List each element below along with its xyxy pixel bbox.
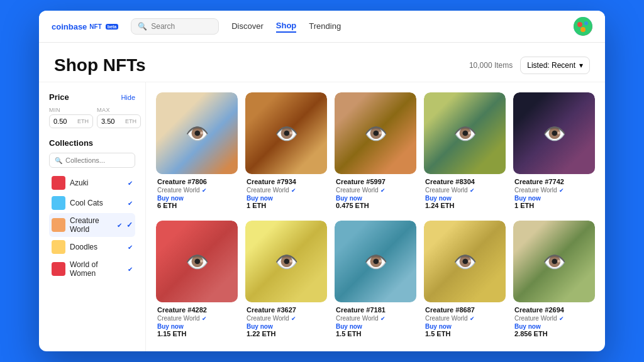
nft-grid: 👁️ Creature #7806 Creature World ✔ Buy n… xyxy=(156,92,595,341)
nft-card-8304[interactable]: 👁️ Creature #8304 Creature World ✔ Buy n… xyxy=(424,92,506,213)
collection-verified-7934: ✔ xyxy=(291,187,296,194)
nft-buy-7742[interactable]: Buy now xyxy=(514,195,594,202)
page-title: Shop NFTs xyxy=(54,55,146,75)
nft-collection-8687: Creature World ✔ xyxy=(425,315,504,322)
nft-buy-7934[interactable]: Buy now xyxy=(247,195,326,202)
price-max-wrap: ETH xyxy=(97,114,141,128)
nav-shop[interactable]: Shop xyxy=(276,21,297,33)
collection-verified-7181: ✔ xyxy=(380,315,386,322)
nft-collection-7934: Creature World ✔ xyxy=(247,187,326,194)
nft-art-3627: 👁️ xyxy=(245,221,327,302)
nft-card-7742[interactable]: 👁️ Creature #7742 Creature World ✔ Buy n… xyxy=(513,92,595,213)
price-section: Price Hide MIN ETH MAX xyxy=(49,92,135,128)
collections-search[interactable]: 🔍 xyxy=(49,153,135,168)
search-box[interactable]: 🔍 xyxy=(131,18,219,35)
nft-name-7742: Creature #7742 xyxy=(514,178,594,185)
nft-card-7806[interactable]: 👁️ Creature #7806 Creature World ✔ Buy n… xyxy=(156,92,238,213)
logo[interactable]: coinbase NFT beta xyxy=(52,22,118,31)
nft-name-8304: Creature #8304 xyxy=(425,178,504,185)
eth-max-label: ETH xyxy=(125,118,136,124)
eth-min-label: ETH xyxy=(77,118,89,124)
nft-art-4282: 👁️ xyxy=(156,221,238,302)
collection-item-wow[interactable]: World of Women ✔ xyxy=(49,257,135,281)
price-max-input[interactable] xyxy=(101,118,123,125)
avatar[interactable] xyxy=(574,17,592,36)
collection-thumb-wow xyxy=(52,262,65,276)
collection-name-azuki: Azuki xyxy=(70,178,123,187)
nft-buy-7806[interactable]: Buy now xyxy=(157,195,236,202)
nft-info-3627: Creature #3627 Creature World ✔ Buy now … xyxy=(245,302,327,341)
nft-price-8304: 1.24 ETH xyxy=(425,202,504,209)
nft-buy-2694[interactable]: Buy now xyxy=(514,323,594,330)
nft-info-7742: Creature #7742 Creature World ✔ Buy now … xyxy=(513,174,595,213)
nft-buy-4282[interactable]: Buy now xyxy=(157,323,236,330)
collections-search-input[interactable] xyxy=(65,156,130,164)
nft-buy-8304[interactable]: Buy now xyxy=(425,195,504,202)
logo-coinbase: coinbase xyxy=(52,22,87,31)
collection-item-azuki[interactable]: Azuki ✔ xyxy=(49,173,135,193)
nft-price-5997: 0.475 ETH xyxy=(336,202,415,209)
nft-card-3627[interactable]: 👁️ Creature #3627 Creature World ✔ Buy n… xyxy=(245,221,327,341)
price-min-input[interactable] xyxy=(53,118,75,125)
nft-price-7806: 6 ETH xyxy=(157,202,236,209)
nft-name-7934: Creature #7934 xyxy=(247,178,326,185)
nav-trending[interactable]: Trending xyxy=(309,21,341,32)
nav-discover[interactable]: Discover xyxy=(231,21,264,32)
price-inputs: MIN ETH MAX ETH xyxy=(49,107,135,128)
nft-info-7806: Creature #7806 Creature World ✔ Buy now … xyxy=(156,174,238,213)
nft-collection-8304: Creature World ✔ xyxy=(425,187,504,194)
nft-buy-5997[interactable]: Buy now xyxy=(336,195,415,202)
nft-card-7934[interactable]: 👁️ Creature #7934 Creature World ✔ Buy n… xyxy=(245,92,327,213)
sort-dropdown[interactable]: Listed: Recent ▾ xyxy=(520,57,590,74)
nft-image-4282: 👁️ xyxy=(156,221,238,302)
logo-beta-badge: beta xyxy=(106,24,118,30)
hide-price-button[interactable]: Hide xyxy=(121,94,135,101)
svg-point-2 xyxy=(584,21,588,25)
nft-image-2694: 👁️ xyxy=(513,221,595,302)
nft-collection-7806: Creature World ✔ xyxy=(157,187,236,194)
nft-buy-3627[interactable]: Buy now xyxy=(247,323,326,330)
collection-verified-7742: ✔ xyxy=(559,187,564,194)
collection-thumb-doodles xyxy=(52,240,65,254)
nft-card-5997[interactable]: 👁️ Creature #5997 Creature World ✔ Buy n… xyxy=(335,92,416,213)
collection-verified-2694: ✔ xyxy=(559,315,564,322)
collection-item-creatureworld[interactable]: Creature World ✔ ✓ xyxy=(49,213,135,237)
collection-thumb-azuki xyxy=(52,176,65,190)
nft-art-7742: 👁️ xyxy=(513,92,595,174)
nft-name-7806: Creature #7806 xyxy=(157,178,236,185)
nft-art-7934: 👁️ xyxy=(245,92,327,174)
nft-image-8687: 👁️ xyxy=(424,221,506,302)
nft-price-7934: 1 ETH xyxy=(247,202,326,209)
selected-check-creatureworld: ✓ xyxy=(126,221,133,229)
nft-card-7181[interactable]: 👁️ Creature #7181 Creature World ✔ Buy n… xyxy=(335,221,416,341)
collection-name-wow: World of Women xyxy=(70,260,123,278)
price-section-header: Price Hide xyxy=(49,92,135,102)
price-min-label: MIN xyxy=(49,107,93,113)
price-title: Price xyxy=(49,92,69,102)
sort-label: Listed: Recent xyxy=(527,61,575,70)
chevron-down-icon: ▾ xyxy=(579,61,583,70)
nft-card-4282[interactable]: 👁️ Creature #4282 Creature World ✔ Buy n… xyxy=(156,221,238,341)
nft-info-4282: Creature #4282 Creature World ✔ Buy now … xyxy=(156,302,238,341)
nft-card-2694[interactable]: 👁️ Creature #2694 Creature World ✔ Buy n… xyxy=(513,221,595,341)
collection-item-doodles[interactable]: Doodles ✔ xyxy=(49,237,135,257)
nft-name-8687: Creature #8687 xyxy=(425,306,504,314)
nft-collection-4282: Creature World ✔ xyxy=(157,315,236,322)
nft-info-7181: Creature #7181 Creature World ✔ Buy now … xyxy=(335,302,416,341)
nft-info-2694: Creature #2694 Creature World ✔ Buy now … xyxy=(513,302,595,341)
price-max-label: MAX xyxy=(97,107,141,113)
collections-title: Collections xyxy=(49,138,93,148)
search-input[interactable] xyxy=(151,22,212,31)
nft-name-7181: Creature #7181 xyxy=(336,306,415,314)
items-count: 10,000 Items xyxy=(469,61,513,70)
nft-buy-8687[interactable]: Buy now xyxy=(425,323,504,330)
collection-item-coolcats[interactable]: Cool Cats ✔ xyxy=(49,193,135,213)
browser-window: coinbase NFT beta 🔍 Discover Shop Trendi… xyxy=(39,11,605,351)
collections-section: Collections 🔍 Azuki ✔ Cool Cats ✔ Creatu… xyxy=(49,138,135,281)
nft-art-7806: 👁️ xyxy=(156,92,238,174)
price-max-field: MAX ETH xyxy=(97,107,141,128)
nft-buy-7181[interactable]: Buy now xyxy=(336,323,415,330)
nft-card-8687[interactable]: 👁️ Creature #8687 Creature World ✔ Buy n… xyxy=(424,221,506,341)
nft-grid-area: 👁️ Creature #7806 Creature World ✔ Buy n… xyxy=(146,82,605,351)
verified-icon-wow: ✔ xyxy=(128,266,133,273)
